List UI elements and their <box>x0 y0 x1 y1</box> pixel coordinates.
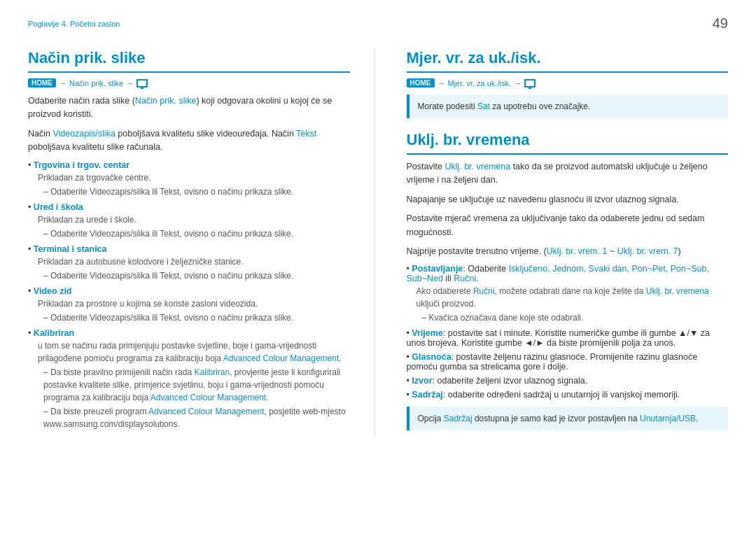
right-column: Mjer. vr. za uk./isk. HOME → Mjer. vr. z… <box>403 49 729 437</box>
home-badge-left: HOME <box>28 78 56 87</box>
right-p2: Napajanje se uključuje uz navedenu glasn… <box>407 193 729 206</box>
home-badge-right: HOME <box>407 78 435 87</box>
monitor-icon-right <box>524 79 536 87</box>
left-section-title: Način prik. slike <box>28 49 350 73</box>
list-item: Glasnoća: postavite željenu razinu glasn… <box>407 352 729 372</box>
list-item-kalibriran: Kalibriran u tom se načinu rada primjenj… <box>28 328 350 430</box>
arrow2-left: → <box>126 79 134 87</box>
list-item: Trgovina i trgov. centar Prikladan za tr… <box>28 160 350 198</box>
list-item: Postavljanje: Odaberite Isključeno, Jedn… <box>407 264 729 324</box>
list-item: Sadržaj: odaberite određeni sadržaj u un… <box>407 390 729 400</box>
breadcrumb-link-right: Mjer. vr. za uk./isk. <box>448 79 511 87</box>
monitor-icon-left <box>136 79 148 87</box>
list-item: Izvor: odaberite željeni izvor ulaznog s… <box>407 376 729 386</box>
left-intro-p1: Odaberite način rada slike (Način prik. … <box>28 94 350 122</box>
right-p4: Najprije postavite trenutno vrijeme. (Uk… <box>407 245 729 258</box>
left-intro-p2: Način Videozapis/slika poboljšava kvalit… <box>28 127 350 155</box>
right-section-title2: Uklj. br. vremena <box>407 131 729 155</box>
left-bullet-list: Trgovina i trgov. centar Prikladan za tr… <box>28 160 350 430</box>
breadcrumb-link-left: Način prik. slike <box>69 79 123 87</box>
right-section-title1: Mjer. vr. za uk./isk. <box>407 49 729 73</box>
list-item: Terminal i stanica Prikladan za autobusn… <box>28 244 350 282</box>
right-p3: Postavite mjerač vremena za uključivanje… <box>407 212 729 239</box>
arrow2-right: → <box>514 79 522 87</box>
page-number: 49 <box>713 15 728 31</box>
list-item: Ured i škola Prikladan za urede i škole.… <box>28 202 350 240</box>
list-item: Video zid Prikladan za prostore u kojima… <box>28 286 350 324</box>
left-breadcrumb-bar: HOME → Način prik. slike → <box>28 78 350 87</box>
info-box-1: Morate podesiti Sat za upotrebu ove znač… <box>407 94 729 118</box>
right-p1: Postavite Uklj. br. vremena tako da se p… <box>407 160 729 188</box>
arrow1-right: → <box>438 79 445 87</box>
right-breadcrumb-bar: HOME → Mjer. vr. za uk./isk. → <box>407 78 729 87</box>
right-bullet-list: Postavljanje: Odaberite Isključeno, Jedn… <box>407 264 729 400</box>
left-column: Način prik. slike HOME → Način prik. sli… <box>28 49 375 437</box>
page-breadcrumb-top: Poglavlje 4. Početni zaslon <box>28 20 120 28</box>
arrow1-left: → <box>59 79 66 87</box>
list-item: Vrijeme: postavite sat i minute. Koristi… <box>407 328 729 348</box>
info-box-2: Opcija Sadržaj dostupna je samo kad je i… <box>407 407 729 430</box>
